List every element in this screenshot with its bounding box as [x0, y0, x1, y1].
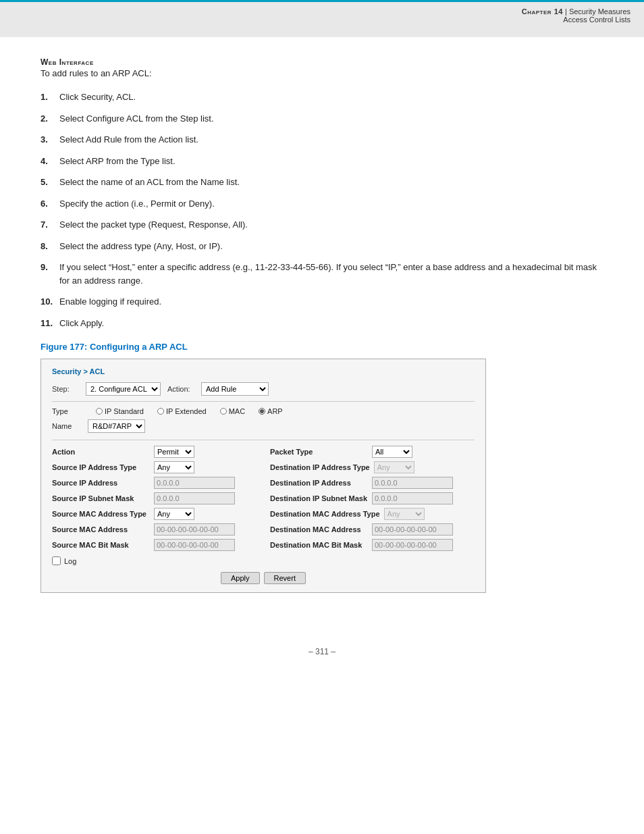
section-text: Security Measures: [569, 7, 630, 16]
step-7-num: 7.: [41, 218, 59, 232]
type-row: Type IP Standard IP Extended MAC ARP: [52, 407, 475, 415]
step-4: 4. Select ARP from the Type list.: [41, 155, 603, 168]
step-1-text: Click Security, ACL.: [59, 90, 603, 104]
log-checkbox[interactable]: [52, 556, 61, 565]
web-interface-intro: To add rules to an ARP ACL:: [41, 68, 603, 78]
step-6-text: Specify the action (i.e., Permit or Deny…: [59, 197, 603, 211]
src-ip-addr-input[interactable]: [154, 477, 235, 489]
step-action-row: Step: 2. Configure ACL Action: Add Rule: [52, 382, 475, 396]
packet-type-label: Packet Type: [270, 448, 368, 456]
radio-arp-input[interactable]: [259, 408, 265, 415]
action-label: Action:: [167, 385, 194, 393]
radio-ip-extended[interactable]: IP Extended: [157, 407, 207, 415]
dst-ip-type-cell: Destination IP Address Type Any: [270, 461, 475, 473]
src-mac-bit-label: Source MAC Bit Mask: [52, 541, 150, 549]
step-8-num: 8.: [41, 240, 59, 253]
radio-mac[interactable]: MAC: [220, 407, 245, 415]
chapter-label: Chapter 14 | Security Measures: [522, 7, 630, 16]
src-mac-bit-cell: Source MAC Bit Mask: [52, 539, 257, 551]
revert-button[interactable]: Revert: [264, 572, 306, 584]
log-label: Log: [64, 557, 76, 565]
step-4-num: 4.: [41, 155, 59, 168]
dst-mac-type-select[interactable]: Any: [384, 508, 425, 520]
step-4-text: Select ARP from the Type list.: [59, 155, 603, 168]
step-8-text: Select the address type (Any, Host, or I…: [59, 240, 603, 253]
name-select[interactable]: R&D#7ARP: [88, 419, 145, 433]
src-ip-addr-label: Source IP Address: [52, 479, 150, 487]
step-select[interactable]: 2. Configure ACL: [86, 382, 161, 396]
step-3: 3. Select Add Rule from the Action list.: [41, 133, 603, 147]
step-1: 1. Click Security, ACL.: [41, 90, 603, 104]
src-subnet-input[interactable]: [154, 492, 235, 504]
header-separator: |: [565, 7, 567, 16]
src-ip-type-cell: Source IP Address Type Any: [52, 461, 257, 473]
radio-ip-extended-label: IP Extended: [166, 407, 207, 415]
step-10-text: Enable logging if required.: [59, 295, 603, 309]
divider-1: [52, 401, 475, 402]
step-7-text: Select the packet type (Request, Respons…: [59, 218, 603, 232]
step-8: 8. Select the address type (Any, Host, o…: [41, 240, 603, 253]
src-mac-type-select[interactable]: Any: [154, 508, 194, 520]
src-mac-addr-label: Source MAC Address: [52, 525, 150, 533]
dst-subnet-label: Destination IP Subnet Mask: [270, 494, 368, 502]
step-6-num: 6.: [41, 197, 59, 211]
dst-mac-addr-label: Destination MAC Address: [270, 525, 368, 533]
divider-2: [52, 440, 475, 440]
dst-mac-addr-input[interactable]: [372, 523, 453, 536]
radio-arp[interactable]: ARP: [259, 407, 283, 415]
src-mac-addr-input[interactable]: [154, 523, 235, 536]
dst-ip-type-label: Destination IP Address Type: [270, 463, 370, 471]
log-row: Log: [52, 556, 475, 565]
radio-mac-label: MAC: [229, 407, 245, 415]
step-5: 5. Select the name of an ACL from the Na…: [41, 176, 603, 189]
src-mac-addr-cell: Source MAC Address: [52, 523, 257, 536]
step-2-text: Select Configure ACL from the Step list.: [59, 112, 603, 126]
header-info: Chapter 14 | Security Measures Access Co…: [522, 7, 630, 24]
radio-ip-standard-input[interactable]: [96, 408, 103, 415]
dst-ip-addr-label: Destination IP Address: [270, 479, 368, 487]
step-3-text: Select Add Rule from the Action list.: [59, 133, 603, 147]
step-9-num: 9.: [41, 261, 59, 274]
radio-ip-extended-input[interactable]: [157, 408, 164, 415]
dst-ip-addr-cell: Destination IP Address: [270, 477, 475, 489]
dst-subnet-input[interactable]: [372, 492, 453, 504]
src-mac-bit-input[interactable]: [154, 539, 235, 551]
page-content: Web Interface To add rules to an ARP ACL…: [0, 37, 644, 640]
src-ip-type-select[interactable]: Any: [154, 461, 194, 473]
step-6: 6. Specify the action (i.e., Permit or D…: [41, 197, 603, 211]
radio-ip-standard[interactable]: IP Standard: [96, 407, 144, 415]
apply-button[interactable]: Apply: [221, 572, 260, 584]
src-ip-addr-cell: Source IP Address: [52, 477, 257, 489]
packet-type-cell: Packet Type All: [270, 446, 475, 458]
src-mac-type-label: Source MAC Address Type: [52, 510, 150, 518]
step-10-num: 10.: [41, 295, 59, 309]
step-3-num: 3.: [41, 133, 59, 147]
step-2: 2. Select Configure ACL from the Step li…: [41, 112, 603, 126]
dst-mac-bit-input[interactable]: [372, 539, 453, 551]
dst-ip-addr-input[interactable]: [372, 477, 453, 489]
subsection-text: Access Control Lists: [522, 16, 630, 24]
steps-list: 1. Click Security, ACL. 2. Select Config…: [41, 90, 603, 330]
type-main-label: Type: [52, 407, 82, 415]
packet-type-select[interactable]: All: [372, 446, 412, 458]
dst-ip-type-select[interactable]: Any: [374, 461, 414, 473]
step-7: 7. Select the packet type (Request, Resp…: [41, 218, 603, 232]
dst-mac-addr-cell: Destination MAC Address: [270, 523, 475, 536]
web-interface-heading: Web Interface: [41, 57, 603, 67]
dst-mac-type-cell: Destination MAC Address Type Any: [270, 508, 475, 520]
action-select[interactable]: Add Rule: [201, 382, 269, 396]
radio-mac-input[interactable]: [220, 408, 227, 415]
breadcrumb: Security > ACL: [52, 367, 475, 375]
action-field-label: Action: [52, 448, 150, 456]
src-subnet-label: Source IP Subnet Mask: [52, 494, 150, 502]
step-9: 9. If you select “Host,” enter a specifi…: [41, 261, 603, 287]
page-number: – 311 –: [308, 647, 336, 656]
action-field-select[interactable]: Permit: [154, 446, 194, 458]
step-2-num: 2.: [41, 112, 59, 126]
step-11-num: 11.: [41, 317, 59, 330]
name-row: Name R&D#7ARP: [52, 419, 475, 433]
step-9-text: If you select “Host,” enter a specific a…: [59, 261, 603, 287]
step-5-num: 5.: [41, 176, 59, 189]
figure-caption: Figure 177: Configuring a ARP ACL: [41, 342, 603, 352]
dst-mac-bit-cell: Destination MAC Bit Mask: [270, 539, 475, 551]
